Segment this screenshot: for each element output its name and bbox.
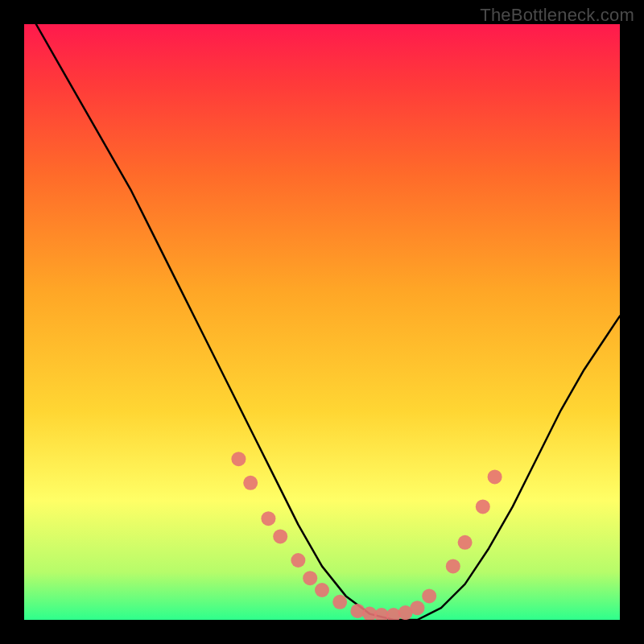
svg-point-2	[261, 511, 275, 526]
curve-markers	[231, 452, 502, 620]
svg-point-3	[273, 529, 287, 543]
svg-point-14	[422, 588, 436, 603]
chart-stage: TheBottleneck.com	[0, 0, 644, 644]
curve-line	[36, 24, 620, 620]
chart-svg	[24, 24, 620, 620]
svg-point-7	[332, 595, 347, 609]
plot-area	[24, 24, 620, 620]
svg-point-4	[291, 553, 305, 568]
watermark-label: TheBottleneck.com	[480, 5, 634, 26]
svg-point-6	[315, 583, 329, 597]
svg-point-16	[458, 535, 473, 550]
svg-point-5	[303, 571, 317, 585]
svg-point-13	[410, 601, 424, 615]
svg-point-17	[476, 499, 490, 514]
svg-point-0	[231, 452, 246, 466]
svg-point-18	[488, 469, 502, 484]
svg-point-15	[446, 559, 460, 573]
svg-point-1	[243, 476, 258, 490]
